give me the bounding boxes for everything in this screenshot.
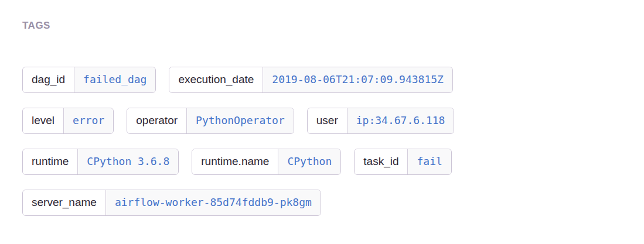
tag-pill-task_id[interactable]: task_idfail [354, 149, 452, 175]
tags-heading: TAGS [22, 20, 622, 32]
tag-pill-execution_date[interactable]: execution_date2019-08-06T21:07:09.943815… [169, 67, 453, 93]
tag-pill-server_name[interactable]: server_nameairflow-worker-85d74fddb9-pk8… [22, 190, 321, 216]
tag-key: task_id [355, 149, 407, 174]
tag-value[interactable]: 2019-08-06T21:07:09.943815Z [263, 67, 452, 92]
tag-pill-level[interactable]: levelerror [22, 108, 114, 134]
tag-key: server_name [23, 190, 105, 215]
tag-rows: dag_idfailed_dagexecution_date2019-08-06… [22, 67, 622, 216]
tag-value[interactable]: PythonOperator [186, 108, 294, 133]
tag-value[interactable]: ip:34.67.6.118 [347, 108, 454, 133]
tag-row: dag_idfailed_dagexecution_date2019-08-06… [22, 67, 622, 93]
tag-row: runtimeCPython 3.6.8runtime.nameCPythont… [22, 149, 622, 175]
tag-value[interactable]: failed_dag [74, 67, 155, 92]
tag-key: dag_id [23, 67, 74, 92]
tag-key: execution_date [169, 67, 263, 92]
tag-key: runtime [23, 149, 77, 174]
tag-key: operator [127, 108, 186, 133]
tag-key: level [23, 108, 63, 133]
tag-pill-runtime.name[interactable]: runtime.nameCPython [192, 149, 341, 175]
tag-value[interactable]: CPython 3.6.8 [77, 149, 178, 174]
tag-value[interactable]: fail [407, 149, 451, 174]
tag-row: server_nameairflow-worker-85d74fddb9-pk8… [22, 190, 622, 216]
tag-pill-runtime[interactable]: runtimeCPython 3.6.8 [22, 149, 179, 175]
tags-panel: TAGS dag_idfailed_dagexecution_date2019-… [0, 0, 644, 216]
tag-pill-user[interactable]: userip:34.67.6.118 [307, 108, 455, 134]
tag-pill-dag_id[interactable]: dag_idfailed_dag [22, 67, 156, 93]
tag-value[interactable]: error [63, 108, 113, 133]
tag-key: user [308, 108, 347, 133]
tag-value[interactable]: CPython [278, 149, 340, 174]
tag-value[interactable]: airflow-worker-85d74fddb9-pk8gm [105, 190, 321, 215]
tag-pill-operator[interactable]: operatorPythonOperator [127, 108, 294, 134]
tag-row: levelerroroperatorPythonOperatoruserip:3… [22, 108, 622, 134]
tag-key: runtime.name [192, 149, 278, 174]
